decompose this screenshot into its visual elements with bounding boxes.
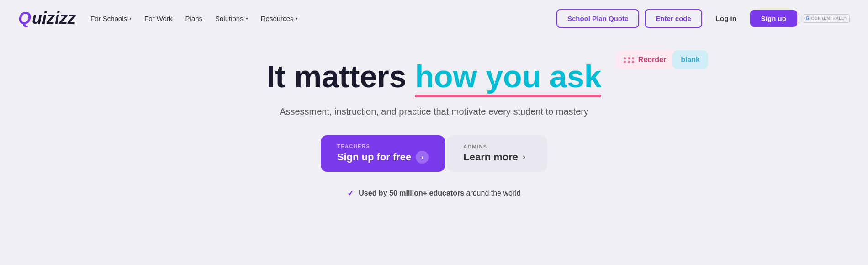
nav-solutions[interactable]: Solutions ▾ [215, 15, 248, 22]
nav-for-schools[interactable]: For Schools ▾ [90, 15, 132, 22]
hero-headline: It matters how you ask [266, 59, 601, 94]
teachers-action: Sign up for free › [337, 151, 429, 164]
chevron-down-icon-solutions: ▾ [246, 16, 248, 21]
social-proof-text: Used by 50 million+ educators around the… [359, 189, 520, 197]
cta-row: TEACHERS Sign up for free › ADMINS Learn… [321, 135, 548, 172]
logo[interactable]: Q uizizz [18, 10, 76, 26]
admins-label: ADMINS [463, 144, 531, 149]
nav-plans-label: Plans [185, 15, 202, 22]
logo-q: Q [18, 10, 31, 26]
admins-cta-button[interactable]: ADMINS Learn more › [447, 135, 547, 172]
drag-dots-icon [624, 57, 635, 63]
nav-for-schools-label: For Schools [90, 15, 127, 22]
login-button[interactable]: Log in [708, 10, 745, 27]
tooltip-blank: blank [672, 50, 708, 69]
nav-left: Q uizizz For Schools ▾ For Work Plans So… [18, 10, 298, 26]
teachers-cta-button[interactable]: TEACHERS Sign up for free › [321, 135, 445, 172]
nav-resources-label: Resources [261, 15, 294, 22]
contentrally-g: G [806, 16, 810, 21]
chevron-down-icon: ▾ [129, 16, 132, 21]
admins-arrow-icon: › [523, 152, 525, 162]
nav-for-work[interactable]: For Work [144, 15, 172, 22]
contentrally-badge: G CONTENTRALLY [803, 14, 850, 23]
tooltip-reorder-label: Reorder [638, 56, 666, 64]
chevron-down-icon-resources: ▾ [296, 16, 298, 21]
check-icon: ✓ [347, 188, 354, 198]
nav-resources[interactable]: Resources ▾ [261, 15, 298, 22]
floating-tooltip: Reorder blank [615, 50, 708, 69]
enter-code-button[interactable]: Enter code [645, 9, 702, 28]
teachers-label: TEACHERS [337, 143, 429, 149]
headline-start: It matters [266, 59, 415, 94]
tooltip-blank-label: blank [681, 56, 700, 64]
hero-subtitle: Assessment, instruction, and practice th… [280, 106, 588, 117]
hero-section: Reorder blank It matters how you ask Ass… [0, 37, 868, 212]
nav-solutions-label: Solutions [215, 15, 243, 22]
contentrally-text: CONTENTRALLY [811, 16, 847, 21]
admins-action: Learn more › [463, 151, 531, 163]
logo-rest: uizizz [32, 10, 76, 26]
social-proof-rest: around the world [464, 189, 521, 197]
tooltip-reorder: Reorder [615, 50, 674, 69]
signup-button[interactable]: Sign up [750, 10, 797, 27]
navbar: Q uizizz For Schools ▾ For Work Plans So… [0, 0, 868, 37]
nav-plans[interactable]: Plans [185, 15, 202, 22]
social-proof: ✓ Used by 50 million+ educators around t… [347, 188, 520, 198]
social-proof-bold: Used by 50 million+ educators [359, 189, 464, 197]
nav-items: For Schools ▾ For Work Plans Solutions ▾… [90, 15, 298, 22]
school-plan-quote-button[interactable]: School Plan Quote [556, 9, 639, 28]
nav-right: School Plan Quote Enter code Log in Sign… [556, 9, 850, 28]
nav-for-work-label: For Work [144, 15, 172, 22]
headline-highlight: how you ask [415, 59, 601, 94]
teachers-arrow-icon: › [416, 151, 429, 164]
